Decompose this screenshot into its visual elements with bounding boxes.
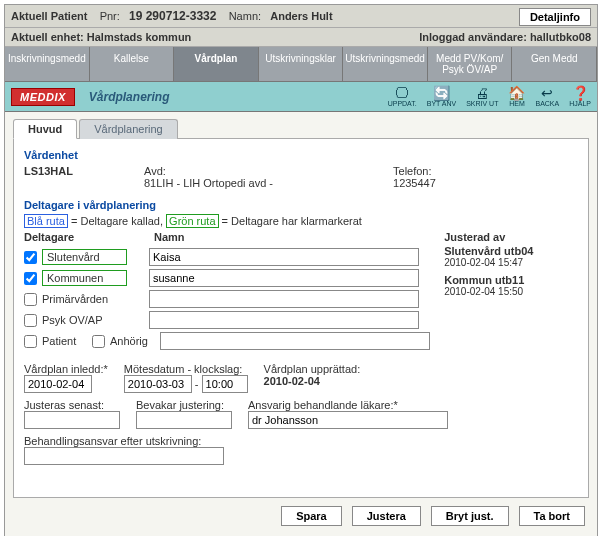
aktuell-patient-label: Aktuell Patient bbox=[11, 10, 87, 22]
bevakar-input[interactable] bbox=[136, 411, 232, 429]
aktuell-enhet-label: Aktuell enhet: bbox=[11, 31, 84, 43]
ta-bort-button[interactable]: Ta bort bbox=[519, 506, 585, 526]
label-primarvarden: Primärvården bbox=[42, 293, 127, 305]
justerad-2-date: 2010-02-04 15:50 bbox=[444, 286, 578, 297]
tab-inskrivningsmedd[interactable]: Inskrivningsmedd bbox=[5, 47, 90, 82]
check-patient[interactable] bbox=[24, 335, 37, 348]
switch-user-icon: 🔄 bbox=[433, 86, 450, 100]
patient-header: Aktuell Patient Pnr: 19 290712-3332 Namn… bbox=[5, 5, 597, 28]
participant-row-slutenvard: Slutenvård bbox=[24, 248, 430, 266]
name-psyk[interactable] bbox=[149, 311, 419, 329]
justerad-column: Justerad av Slutenvård utb04 2010-02-04 … bbox=[444, 231, 578, 353]
legend-blue-text: = Deltagare kallad, bbox=[71, 215, 166, 227]
namn-label: Namn: bbox=[229, 10, 261, 22]
skriv-ut-button[interactable]: 🖨 SKRIV UT bbox=[466, 86, 498, 107]
vardplan-inledd-input[interactable] bbox=[24, 375, 92, 393]
tab-medd-pvkom[interactable]: Medd PV/Kom/ Psyk ÖV/AP bbox=[428, 47, 513, 82]
hjalp-button[interactable]: ❓ HJÄLP bbox=[569, 86, 591, 107]
pnr-label: Pnr: bbox=[100, 10, 120, 22]
inner-tabs: Huvud Vårdplanering bbox=[13, 119, 589, 139]
home-icon: 🏠 bbox=[508, 86, 525, 100]
ansvarig-input[interactable] bbox=[248, 411, 448, 429]
brand-logo: MEDDIX bbox=[11, 88, 75, 106]
backa-button[interactable]: ↩ BACKA bbox=[535, 86, 559, 107]
avd-value: 81LIH - LIH Ortopedi avd - bbox=[144, 177, 273, 189]
help-icon: ❓ bbox=[572, 86, 589, 100]
footer-buttons: Spara Justera Bryt just. Ta bort bbox=[13, 498, 589, 530]
uppdat-button[interactable]: 🖵 UPPDAT. bbox=[388, 86, 417, 107]
legend-green-text: = Deltagare har klarmarkerat bbox=[222, 215, 362, 227]
refresh-icon: 🖵 bbox=[395, 86, 409, 100]
legend-blue: Blå ruta bbox=[24, 214, 68, 228]
unit-header: Aktuell enhet: Halmstads kommun Inloggad… bbox=[5, 28, 597, 47]
namn-value: Anders Hult bbox=[270, 10, 332, 22]
tab-gen-medd[interactable]: Gen Medd bbox=[512, 47, 597, 82]
upprattad-label: Vårdplan upprättad: bbox=[264, 363, 361, 375]
label-patient: Patient bbox=[42, 335, 92, 347]
check-kommunen[interactable] bbox=[24, 272, 37, 285]
justerad-2-title: Kommun utb11 bbox=[444, 274, 578, 286]
justeras-senast-input[interactable] bbox=[24, 411, 120, 429]
unit-code: LS13HAL bbox=[24, 165, 73, 177]
pnr-value: 19 290712-3332 bbox=[129, 9, 216, 23]
check-psyk[interactable] bbox=[24, 314, 37, 327]
inner-tab-huvud[interactable]: Huvud bbox=[13, 119, 77, 139]
participant-row-patient-anhorig: Patient Anhörig bbox=[24, 332, 430, 350]
justera-button[interactable]: Justera bbox=[352, 506, 421, 526]
motestid-input[interactable] bbox=[202, 375, 248, 393]
deltagare-title: Deltagare i vårdplanering bbox=[24, 199, 578, 211]
bevakar-label: Bevakar justering: bbox=[136, 399, 232, 411]
label-anhorig: Anhörig bbox=[110, 335, 148, 347]
participant-row-psyk: Psyk OV/AP bbox=[24, 311, 430, 329]
check-primarvarden[interactable] bbox=[24, 293, 37, 306]
label-slutenvard: Slutenvård bbox=[42, 249, 127, 265]
telefon-label: Telefon: bbox=[393, 165, 436, 177]
justerad-1-date: 2010-02-04 15:47 bbox=[444, 257, 578, 268]
main-panel: Vårdenhet LS13HAL Avd: 81LIH - LIH Ortop… bbox=[13, 138, 589, 498]
motesdatum-input[interactable] bbox=[124, 375, 192, 393]
tab-utskrivningsklar[interactable]: Utskrivningsklar bbox=[259, 47, 344, 82]
name-slutenvard[interactable] bbox=[149, 248, 419, 266]
justeras-senast-label: Justeras senast: bbox=[24, 399, 120, 411]
tab-vardplan[interactable]: Vårdplan bbox=[174, 47, 259, 82]
top-nav: Inskrivningsmedd Kallelse Vårdplan Utskr… bbox=[5, 47, 597, 82]
motes-sep: - bbox=[195, 378, 199, 390]
content-area: Huvud Vårdplanering Vårdenhet LS13HAL Av… bbox=[5, 112, 597, 536]
byt-anv-button[interactable]: 🔄 BYT ANV bbox=[427, 86, 456, 107]
col-namn: Namn bbox=[154, 231, 185, 243]
ansvarig-label: Ansvarig behandlande läkare:* bbox=[248, 399, 448, 411]
toolbar-icons: 🖵 UPPDAT. 🔄 BYT ANV 🖨 SKRIV UT 🏠 HEM ↩ B… bbox=[388, 86, 591, 107]
participant-row-kommunen: Kommunen bbox=[24, 269, 430, 287]
label-kommunen: Kommunen bbox=[42, 270, 127, 286]
inner-tab-vardplanering[interactable]: Vårdplanering bbox=[79, 119, 178, 139]
justerad-1-title: Slutenvård utb04 bbox=[444, 245, 578, 257]
label-psyk: Psyk OV/AP bbox=[42, 314, 127, 326]
tab-utskrivningsmedd[interactable]: Utskrivningsmedd bbox=[343, 47, 428, 82]
behandling-label: Behandlingsansvar efter utskrivning: bbox=[24, 435, 224, 447]
aktuell-enhet-value: Halmstads kommun bbox=[87, 31, 192, 43]
name-anhorig[interactable] bbox=[160, 332, 430, 350]
sub-toolbar: MEDDIX Vårdplanering 🖵 UPPDAT. 🔄 BYT ANV… bbox=[5, 82, 597, 112]
col-deltagare: Deltagare bbox=[24, 231, 154, 243]
bryt-just-button[interactable]: Bryt just. bbox=[431, 506, 509, 526]
detaljinfo-button[interactable]: Detaljinfo bbox=[519, 8, 591, 26]
motesdatum-label: Mötesdatum - klockslag: bbox=[124, 363, 248, 375]
check-anhorig[interactable] bbox=[92, 335, 105, 348]
telefon-value: 1235447 bbox=[393, 177, 436, 189]
participant-row-primarvarden: Primärvården bbox=[24, 290, 430, 308]
check-slutenvard[interactable] bbox=[24, 251, 37, 264]
avd-label: Avd: bbox=[144, 165, 273, 177]
upprattad-value: 2010-02-04 bbox=[264, 375, 361, 387]
spara-button[interactable]: Spara bbox=[281, 506, 342, 526]
inloggad-user: hallutbko08 bbox=[530, 31, 591, 43]
justerad-av-title: Justerad av bbox=[444, 231, 578, 243]
vardplan-inledd-label: Vårdplan inledd:* bbox=[24, 363, 108, 375]
back-icon: ↩ bbox=[541, 86, 553, 100]
name-kommunen[interactable] bbox=[149, 269, 419, 287]
tab-kallelse[interactable]: Kallelse bbox=[90, 47, 175, 82]
behandling-input[interactable] bbox=[24, 447, 224, 465]
subbar-title: Vårdplanering bbox=[89, 90, 170, 104]
legend: Blå ruta = Deltagare kallad, Grön ruta =… bbox=[24, 215, 578, 227]
hem-button[interactable]: 🏠 HEM bbox=[508, 86, 525, 107]
name-primarvarden[interactable] bbox=[149, 290, 419, 308]
